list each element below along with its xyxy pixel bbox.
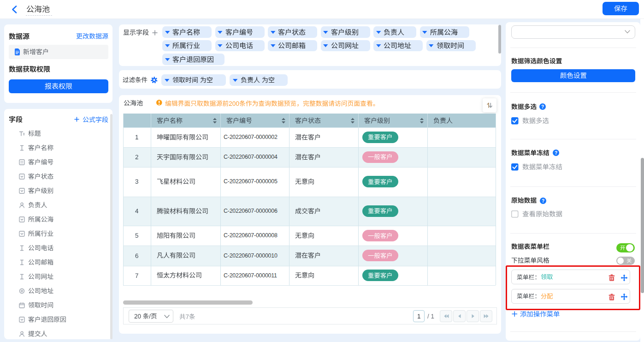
svg-text:?: ? — [541, 104, 544, 109]
svg-text:?: ? — [542, 198, 544, 204]
svg-text:?: ? — [555, 150, 557, 156]
